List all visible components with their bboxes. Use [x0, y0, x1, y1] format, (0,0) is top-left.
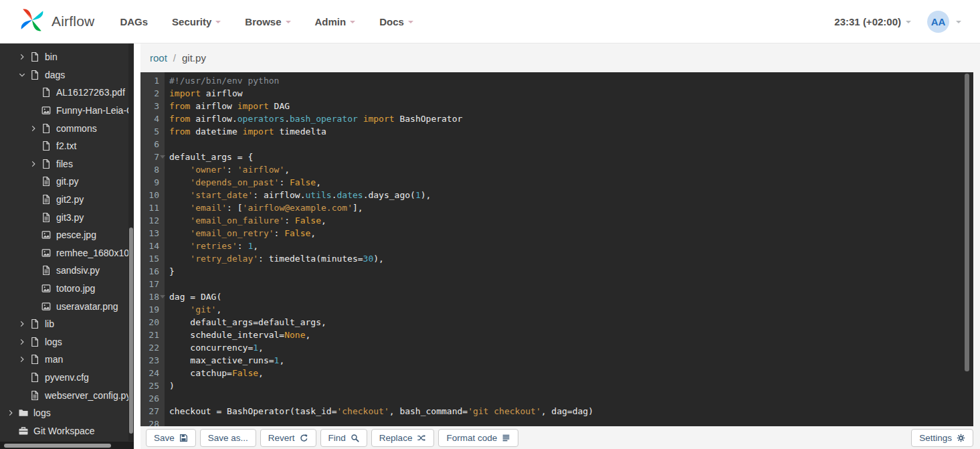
editor-vertical-scrollbar-thumb[interactable] [965, 74, 969, 371]
tree-item-git-workspace[interactable]: Git Workspace [0, 422, 134, 440]
line-number: 12 [140, 214, 159, 227]
tree-item-logs[interactable]: logs [0, 333, 134, 351]
line-number: 27 [140, 405, 159, 418]
file-text-icon [41, 265, 52, 276]
replace-button[interactable]: Replace [371, 429, 435, 447]
chevron-right-icon[interactable] [18, 53, 29, 61]
tree-item-label: bin [45, 52, 58, 62]
tree-item-totoro-jpg[interactable]: totoro.jpg [0, 280, 134, 298]
sidebar-vertical-scrollbar-thumb[interactable] [129, 228, 133, 434]
chevron-right-icon[interactable] [18, 355, 29, 363]
tree-item-label: useravatar.png [56, 301, 118, 312]
tree-item-label: Git Workspace [33, 426, 95, 436]
line-number: 24 [140, 367, 159, 379]
code-line-20: default_args=default_args, [169, 316, 973, 329]
chevron-right-icon[interactable] [29, 124, 41, 132]
avatar[interactable]: AA [927, 11, 949, 33]
tree-item-useravatar-png[interactable]: useravatar.png [0, 297, 134, 315]
settings-button[interactable]: Settings [911, 429, 973, 447]
sidebar-horizontal-scrollbar [0, 442, 134, 449]
format-code-button[interactable]: Format code [438, 429, 518, 447]
code-line-22: concurrency=1, [169, 341, 973, 354]
tree-item-funny-han-leia-ch[interactable]: Funny-Han-Leia-Ch [0, 102, 134, 120]
nav-item-security[interactable]: Security [172, 16, 221, 27]
code-line-19: 'git', [169, 303, 973, 316]
tree-item-label: totoro.jpg [56, 283, 95, 294]
file-icon [41, 87, 52, 98]
nav-item-dags[interactable]: DAGs [120, 16, 148, 27]
tree-item-remhee-1680x10[interactable]: remhee_1680x10 [0, 244, 134, 262]
chevron-down-icon[interactable] [18, 71, 29, 79]
tree-item-commons[interactable]: commons [0, 119, 134, 137]
line-number: 26 [140, 392, 159, 405]
button-label: Format code [446, 433, 497, 443]
chevron-right-icon[interactable] [7, 409, 18, 417]
code-line-23: max_active_runs=1, [169, 354, 973, 367]
clock-dropdown[interactable]: 23:31 (+02:00) [834, 16, 911, 27]
sidebar-horizontal-scrollbar-thumb[interactable] [4, 444, 111, 448]
floppy-icon [179, 434, 188, 442]
tree-item-logs[interactable]: logs [0, 404, 134, 422]
file-icon [29, 70, 40, 80]
fold-marker-icon[interactable] [160, 155, 165, 159]
file-icon [29, 354, 40, 365]
tree-item-label: AL16127263.pdf [56, 87, 125, 98]
nav-item-label: Admin [315, 16, 347, 27]
tree-item-label: webserver_config.py [45, 390, 130, 401]
line-number: 15 [140, 252, 159, 265]
tree-item-man[interactable]: man [0, 351, 134, 369]
chevron-right-icon[interactable] [29, 160, 41, 168]
file-icon [29, 337, 40, 347]
revert-button[interactable]: Revert [260, 429, 316, 447]
line-number: 23 [140, 354, 159, 367]
save-as-button[interactable]: Save as... [200, 429, 256, 447]
nav-item-browse[interactable]: Browse [245, 16, 290, 27]
file-text-icon [41, 176, 52, 187]
tree-item-git2-py[interactable]: git2.py [0, 191, 134, 209]
folder-icon [18, 408, 29, 418]
code-line-6 [169, 138, 973, 151]
code-area[interactable]: #!/usr/bin/env pythonimport airflowfrom … [165, 72, 973, 426]
button-label: Find [328, 433, 346, 443]
line-number: 25 [140, 379, 159, 392]
chevron-down-icon [286, 21, 291, 23]
tree-item-al16127263-pdf[interactable]: AL16127263.pdf [0, 84, 134, 102]
code-line-27: checkout = BashOperator(task_id='checkou… [169, 405, 973, 418]
tree-item-f2-txt[interactable]: f2.txt [0, 137, 134, 155]
editor-toolbar: SaveSave as...RevertFindReplaceFormat co… [140, 426, 980, 449]
image-icon [41, 105, 52, 116]
tree-item-label: commons [56, 123, 97, 134]
code-line-13: 'email_on_retry': False, [169, 227, 973, 240]
tree-item-dags[interactable]: dags [0, 66, 134, 84]
tree-item-pyvenv-cfg[interactable]: pyvenv.cfg [0, 369, 134, 387]
nav-item-admin[interactable]: Admin [315, 16, 356, 27]
tree-item-label: man [45, 354, 63, 365]
file-icon [29, 319, 40, 329]
nav-item-docs[interactable]: Docs [379, 16, 413, 27]
tree-item-bin[interactable]: bin [0, 48, 134, 66]
code-editor[interactable]: 1234567891011121314151617181920212223242… [140, 72, 973, 426]
tree-item-git-py[interactable]: git.py [0, 173, 134, 191]
tree-item-git3-py[interactable]: git3.py [0, 208, 134, 226]
chevron-right-icon[interactable] [18, 320, 29, 328]
tree-item-webserver-config-py[interactable]: webserver_config.py [0, 386, 134, 404]
revert-icon [300, 434, 308, 442]
line-number: 17 [140, 278, 159, 290]
find-button[interactable]: Find [320, 429, 367, 447]
chevron-down-icon [408, 21, 413, 23]
tree-item-pesce-jpg[interactable]: pesce.jpg [0, 226, 134, 244]
save-button[interactable]: Save [146, 429, 196, 447]
tree-item-label: git3.py [56, 212, 84, 223]
code-line-9: 'depends_on_past': False, [169, 176, 973, 189]
chevron-down-icon[interactable] [956, 21, 961, 23]
tree-item-files[interactable]: files [0, 155, 134, 173]
breadcrumb-root-link[interactable]: root [150, 52, 167, 64]
code-line-10: 'start_date': airflow.utils.dates.days_a… [169, 189, 973, 201]
fold-marker-icon[interactable] [160, 295, 165, 298]
chevron-right-icon[interactable] [18, 338, 29, 346]
line-number: 18 [140, 290, 159, 303]
tree-item-sandsiv-py[interactable]: sandsiv.py [0, 262, 134, 280]
tree-item-lib[interactable]: lib [0, 315, 134, 333]
file-text-icon [41, 194, 52, 205]
code-line-3: from airflow import DAG [169, 100, 973, 112]
